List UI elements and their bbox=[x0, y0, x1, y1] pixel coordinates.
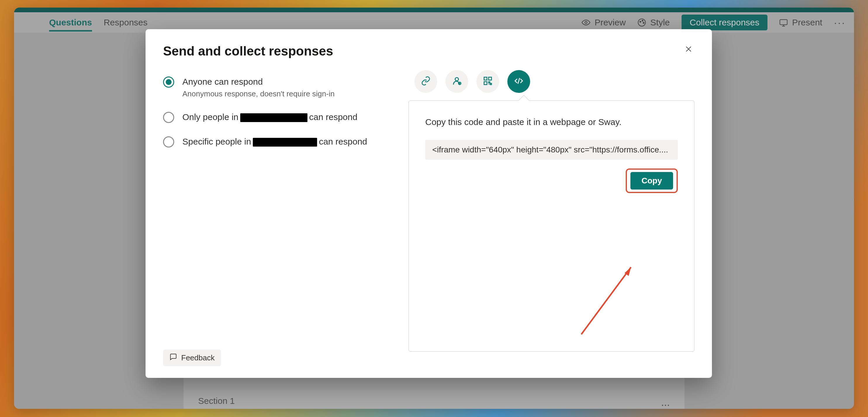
feedback-label: Feedback bbox=[181, 353, 215, 362]
option-org[interactable]: Only people incan respond bbox=[163, 111, 409, 123]
embed-instruction: Copy this code and paste it in a webpage… bbox=[425, 117, 678, 127]
feedback-icon bbox=[169, 353, 177, 363]
option-anyone-sub: Anonymous response, doesn't require sign… bbox=[182, 90, 335, 98]
radio-specific[interactable] bbox=[163, 136, 174, 147]
svg-rect-10 bbox=[484, 82, 487, 85]
embed-panel: Copy this code and paste it in a webpage… bbox=[409, 100, 694, 352]
feedback-button[interactable]: Feedback bbox=[163, 350, 221, 366]
link-icon bbox=[421, 76, 431, 87]
svg-line-11 bbox=[581, 267, 631, 334]
svg-point-6 bbox=[455, 78, 458, 81]
share-tab-qr[interactable] bbox=[476, 70, 499, 93]
svg-rect-8 bbox=[484, 77, 487, 80]
close-icon bbox=[684, 45, 693, 54]
redacted-org-name bbox=[240, 113, 307, 122]
svg-marker-12 bbox=[625, 267, 631, 276]
option-specific[interactable]: Specific people incan respond bbox=[163, 136, 409, 147]
send-collect-dialog: Send and collect responses Anyone can re… bbox=[146, 29, 712, 378]
share-tab-invite[interactable] bbox=[445, 70, 468, 93]
share-tab-embed[interactable] bbox=[507, 70, 530, 93]
annotation-arrow bbox=[576, 262, 640, 337]
share-method-tabs bbox=[414, 70, 694, 93]
close-button[interactable] bbox=[683, 44, 694, 56]
copy-button[interactable]: Copy bbox=[630, 172, 673, 189]
annotation-highlight-box: Copy bbox=[626, 169, 678, 193]
embed-code-field[interactable]: <iframe width="640px" height="480px" src… bbox=[425, 140, 678, 160]
svg-rect-9 bbox=[489, 77, 492, 80]
invite-icon bbox=[452, 76, 462, 87]
qr-icon bbox=[483, 76, 493, 87]
embed-icon bbox=[514, 76, 524, 87]
option-specific-label: Specific people incan respond bbox=[182, 136, 367, 147]
option-org-label: Only people incan respond bbox=[182, 111, 358, 123]
option-anyone[interactable]: Anyone can respond Anonymous response, d… bbox=[163, 76, 409, 98]
redacted-org-name-2 bbox=[253, 138, 317, 147]
share-tab-link[interactable] bbox=[414, 70, 437, 93]
radio-org[interactable] bbox=[163, 112, 174, 123]
dialog-title: Send and collect responses bbox=[163, 44, 333, 59]
audience-options: Anyone can respond Anonymous response, d… bbox=[163, 67, 409, 366]
radio-anyone[interactable] bbox=[163, 76, 174, 88]
option-anyone-label: Anyone can respond bbox=[182, 76, 335, 88]
